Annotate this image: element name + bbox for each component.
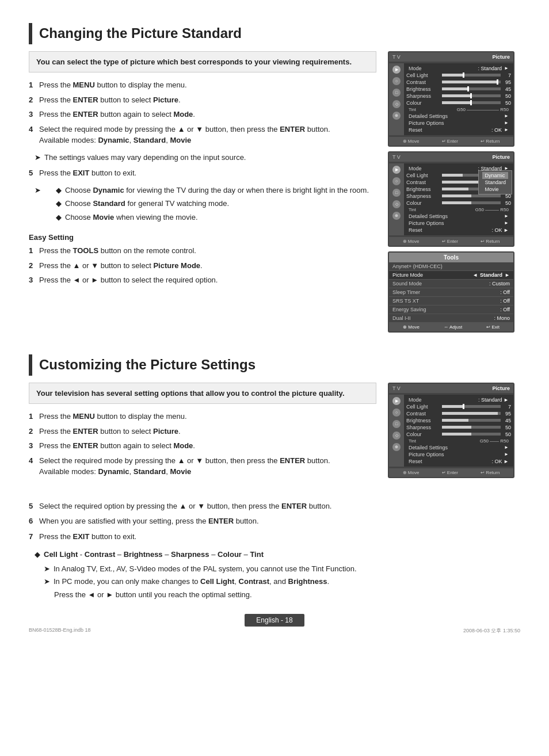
tv2-footer: ⊕ Move ↵ Enter ↩ Return [389,237,513,246]
tv2-icon-3: □ [392,189,401,197]
step-4: 4 Select the required mode by pressing t… [29,124,376,146]
s2-step-6: 6 When you are satisfied with your setti… [29,516,520,528]
easy-step-2: 2 Press the ▲ or ▼ button to select Pict… [29,260,376,272]
s2-step-7: 7 Press the EXIT button to exit. [29,531,520,543]
tv4-icon-3: □ [392,420,401,428]
tools-row-dual: Dual I-II : Mono [389,314,513,323]
tv4-body: ▶ ○ □ ◇ ⊕ Mode : Standard ► Cell Light [389,393,513,468]
section2-intro-text: Your television has several setting opti… [36,389,345,398]
note-pal: ➤ In Analog TV, Ext., AV, S-Video modes … [44,563,520,575]
step-1: 1 Press the MENU button to display the m… [29,79,376,91]
section1-bar [29,23,32,44]
tv2-menu: Mode : Standard ► Dynamic Standard Movie… [404,163,513,235]
tv1-cell-light: Cell Light 7 [406,72,511,79]
page-footer: English - 18 [0,614,549,627]
step-3: 3 Press the ENTER button again to select… [29,109,376,120]
mode-dropdown: Dynamic Standard Movie [478,170,512,194]
section1-diagrams: T V Picture ▶ ○ □ ◇ ⊕ Mode : Standard [388,51,520,337]
bullet-movie: ◆ Choose Movie when viewing the movie. [56,212,369,223]
tv1-icon-1: ▶ [392,66,401,74]
tv1-header: T V Picture [389,52,513,62]
s2-step-3: 3 Press the ENTER button again to select… [29,440,376,452]
tv4-brightness: Brightness 45 [406,417,511,424]
step-2: 2 Press the ENTER button to select Pictu… [29,94,376,106]
tv4-sidebar: ▶ ○ □ ◇ ⊕ [389,395,404,467]
section1-intro-text: You can select the type of picture which… [36,58,352,66]
note-settings-vary: ➤ The settings values may vary depending… [35,152,376,163]
tv4-reset: Reset : OK ► [406,458,511,465]
section2-diagrams: T V Picture ▶ ○ □ ◇ ⊕ Mode : Standard [388,383,520,483]
easy-step-3: 3 Press the ◄ or ► button to select the … [29,274,376,286]
tools-row-srs: SRS TS XT : Off [389,297,513,306]
tools-row-anynet: Anynet+ (HDMI-CEC) [389,262,513,271]
tv1-tint-row: Tint G50 ——————— R50 [406,106,511,113]
tv2-header: T V Picture [389,152,513,162]
tv2-tint: Tint G50 ——— R50 [406,207,511,213]
tools-row-energy: Energy Saving : Off [389,306,513,314]
section2-header: Customizing the Picture Settings [29,354,520,376]
cell-light-note: ◆ Cell Light - Contrast – Brightness – S… [35,549,520,561]
footer-file-right: 2008-06-03 오후 1:35:50 [463,627,520,635]
s2-step-2: 2 Press the ENTER button to select Pictu… [29,426,376,437]
tv1-brightness: Brightness 45 [406,86,511,93]
tv4-tint: Tint G50 —— R50 [406,438,511,444]
tv1-sharpness: Sharpness 50 [406,93,511,100]
section1-notes: ➤ The settings values may vary depending… [35,152,376,163]
tv2-icon-5: ⊕ [392,212,401,220]
section2-intro: Your television has several setting opti… [29,383,376,404]
tv2-picture-options: Picture Options ► [406,220,511,227]
section2-content: Your television has several setting opti… [29,383,520,483]
tv1-reset: Reset : OK ► [406,127,511,133]
easy-setting-steps: 1 Press the TOOLS button on the remote c… [29,245,376,286]
tv4-icon-5: ⊕ [392,443,401,451]
section1-bullets-outer: ➤ ◆ Choose Dynamic for viewing the TV du… [35,185,376,228]
section1-text: You can select the type of picture which… [29,51,376,337]
page-number-badge: English - 18 [245,614,304,627]
tv-screen-4: T V Picture ▶ ○ □ ◇ ⊕ Mode : Standard [388,383,514,478]
dropdown-dynamic: Dynamic [482,172,508,179]
tv2-body: ▶ ○ □ ◇ ⊕ Mode : Standard ► Dynamic [389,162,513,237]
bullet-dynamic: ◆ Choose Dynamic for viewing the TV duri… [56,185,369,196]
tv4-picture-options: Picture Options ► [406,451,511,458]
tv4-colour: Colour 50 [406,431,511,438]
easy-setting-title: Easy Setting [29,233,376,242]
tv2-icon-2: ○ [392,177,401,185]
tv4-mode-row: Mode : Standard ► [406,396,511,403]
tv1-icon-4: ◇ [392,100,401,108]
tv2-icon-1: ▶ [392,166,401,174]
note-pc2: Press the ◄ or ► button until you reach … [54,589,520,601]
footer-file-info: BN68-01528B-Eng.indb 18 2008-06-03 오후 1:… [29,627,520,635]
tv-screen-2: T V Picture ▶ ○ □ ◇ ⊕ Mode : Standard [388,151,514,247]
section1-steps: 1 Press the MENU button to display the m… [29,79,376,146]
note-pc: ➤ In PC mode, you can only make changes … [44,576,520,587]
tv4-detailed: Detailed Settings ► [406,444,511,451]
tools-row-picture-mode: Picture Mode ◄ Standard ► [389,271,513,280]
tv1-colour: Colour 50 [406,100,511,106]
tools-footer: ⊕ Move ↔ Adjust ↩ Exit [389,323,513,331]
tv1-menu: Mode : Standard ► Cell Light 7 [404,63,513,135]
section1-step5: 5 Press the EXIT button to exit. [29,167,376,179]
tv4-header: T V Picture [389,384,513,393]
tools-header: Tools [389,253,513,262]
section1-content: You can select the type of picture which… [29,51,520,337]
tv1-icon-3: □ [392,89,401,97]
tv2-icon-4: ◇ [392,200,401,208]
tv1-mode-row: Mode : Standard ► [406,65,511,72]
bullet-standard: ◆ Choose Standard for general TV watchin… [56,198,369,209]
dropdown-standard: Standard [482,179,508,186]
section2-full-steps: 5 Select the required option by pressing… [29,501,520,543]
s2-step-5: 5 Select the required option by pressing… [29,501,520,513]
tools-row-sleep: Sleep Timer : Off [389,288,513,297]
tv2-reset: Reset : OK ► [406,227,511,234]
section2-bar [29,354,32,376]
section1-bullets: ◆ Choose Dynamic for viewing the TV duri… [56,185,369,223]
tools-row-sound: Sound Mode : Custom [389,280,513,288]
s2-step-1: 1 Press the MENU button to display the m… [29,411,376,422]
bullet-outer: ➤ ◆ Choose Dynamic for viewing the TV du… [35,185,376,228]
tv4-footer: ⊕ Move ↵ Enter ↩ Return [389,468,513,477]
tools-screen: Tools Anynet+ (HDMI-CEC) Picture Mode ◄ … [388,251,514,333]
tv4-sharpness: Sharpness 50 [406,424,511,431]
tv1-picture-options: Picture Options ► [406,120,511,127]
section2-steps: 1 Press the MENU button to display the m… [29,411,376,478]
easy-step-1: 1 Press the TOOLS button on the remote c… [29,245,376,257]
